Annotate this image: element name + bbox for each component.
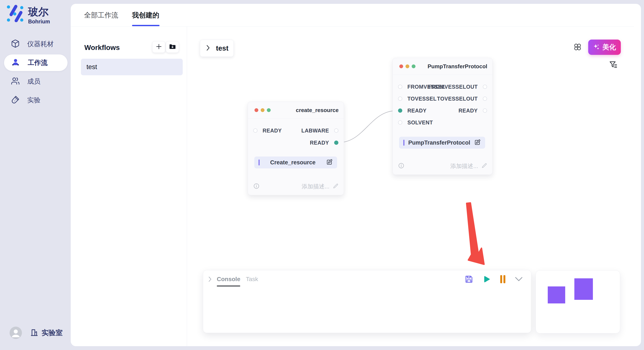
package-icon <box>11 39 20 49</box>
port-ready-out[interactable]: READY <box>458 108 487 114</box>
node-create-resource[interactable]: create_resource READY LABWARE READY Crea… <box>248 102 344 195</box>
console-tab-task[interactable]: Task <box>246 276 258 283</box>
info-icon[interactable] <box>398 163 404 170</box>
breadcrumb[interactable]: test <box>200 40 234 57</box>
user-avatar[interactable] <box>10 327 22 339</box>
node-title: PumpTransferProtocol <box>428 58 487 75</box>
console-expand-button[interactable] <box>208 276 212 282</box>
pencil-icon[interactable] <box>482 163 487 170</box>
yellow-dot <box>406 64 409 68</box>
run-icon <box>482 275 491 283</box>
port-circle[interactable] <box>483 85 487 89</box>
minimap[interactable] <box>536 270 620 334</box>
port-label: FROMVESSELOUT <box>428 84 478 90</box>
minimap-node <box>548 286 565 303</box>
port-label: TOVESSELOUT <box>437 96 478 102</box>
sidebar-item-label: 成员 <box>27 77 40 86</box>
port-label: READY <box>458 108 478 114</box>
port-circle[interactable] <box>334 141 338 145</box>
lab-label: 实验室 <box>42 328 62 338</box>
green-dot <box>267 108 271 112</box>
beautify-button[interactable]: 美化 <box>588 39 621 55</box>
sidebar-item-members[interactable]: 成员 <box>4 73 68 90</box>
edit-icon[interactable] <box>474 139 481 147</box>
top-tabbar: 全部工作流 我创建的 <box>71 4 641 26</box>
edit-icon[interactable] <box>326 159 333 166</box>
pause-button[interactable] <box>500 275 506 283</box>
description-placeholder[interactable]: 添加描述... <box>450 162 478 170</box>
workflow-item-label: test <box>86 63 97 71</box>
chevron-right-icon <box>208 276 212 282</box>
traffic-dots <box>399 64 416 68</box>
add-workflow-button[interactable] <box>152 41 165 53</box>
workflows-title: Workflows <box>84 44 120 52</box>
info-icon[interactable] <box>253 183 260 190</box>
tab-my-created[interactable]: 我创建的 <box>132 4 159 26</box>
save-button[interactable] <box>465 275 473 283</box>
red-dot <box>254 108 258 112</box>
chevron-right-icon <box>206 45 210 52</box>
experiment-icon <box>11 95 20 105</box>
console-tab-console[interactable]: Console <box>217 276 240 283</box>
command-palette-button[interactable] <box>572 42 583 52</box>
sidebar-item-workflow[interactable]: 工作流 <box>4 54 68 71</box>
node-action-pill[interactable]: Create_resource <box>254 157 337 169</box>
sidebar-item-instruments[interactable]: 仪器耗材 <box>4 36 68 52</box>
port-circle[interactable] <box>483 97 487 101</box>
logo-subtitle: Bohrium <box>28 18 50 25</box>
yellow-dot <box>261 108 264 112</box>
collapse-icon <box>515 277 522 282</box>
port-circle[interactable] <box>253 128 258 133</box>
green-dot <box>412 64 416 68</box>
port-circle[interactable] <box>398 120 402 125</box>
save-icon <box>465 275 473 283</box>
folder-download-icon <box>169 44 176 50</box>
bohrium-logo-icon <box>6 5 24 23</box>
port-circle[interactable] <box>334 128 338 133</box>
beautify-label: 美化 <box>602 42 616 52</box>
port-solvent[interactable]: SOLVENT <box>398 120 433 126</box>
pencil-icon[interactable] <box>333 183 338 190</box>
sidebar-nav: 仪器耗材 工作流 <box>0 36 71 108</box>
node-action-pill[interactable]: PumpTransferProtocol <box>399 137 485 149</box>
sidebar-item-label: 仪器耗材 <box>27 39 54 48</box>
tab-all-workflows[interactable]: 全部工作流 <box>84 4 118 26</box>
node-pump-transfer-protocol[interactable]: PumpTransferProtocol FROMVESSEL FROMVESS… <box>392 58 492 175</box>
port-circle[interactable] <box>398 85 402 89</box>
port-ready-out[interactable]: READY <box>310 140 338 146</box>
description-placeholder[interactable]: 添加描述... <box>302 183 330 190</box>
traffic-dots <box>254 108 271 112</box>
port-label: TOVESSEL <box>408 96 436 102</box>
avatar-person-icon <box>10 336 22 339</box>
port-ready-in[interactable]: READY <box>398 108 426 114</box>
workflow-canvas[interactable]: test create_resource READY LABWAR <box>187 26 641 346</box>
run-button[interactable] <box>482 275 491 283</box>
sidebar-item-experiments[interactable]: 实验 <box>4 92 68 108</box>
collapse-button[interactable] <box>515 277 522 282</box>
workflows-panel: Workflows test <box>71 26 187 346</box>
filter-button[interactable] <box>609 61 618 70</box>
sidebar-item-label: 工作流 <box>28 58 48 67</box>
port-circle[interactable] <box>398 108 402 113</box>
tab-label: 我创建的 <box>132 11 159 20</box>
sidebar: 玻尔 Bohrium 仪器耗材 <box>0 0 71 350</box>
users-icon <box>11 77 20 86</box>
node-footer: 添加描述... <box>398 163 487 170</box>
port-tovesselout[interactable]: TOVESSELOUT <box>437 96 487 102</box>
port-labware-out[interactable]: LABWARE <box>301 128 338 134</box>
red-dot <box>399 64 403 68</box>
port-fromvesselout[interactable]: FROMVESSELOUT <box>428 84 487 90</box>
port-circle[interactable] <box>398 97 402 101</box>
node-title: create_resource <box>296 102 338 119</box>
pill-label: Create_resource <box>260 159 326 166</box>
active-tab-underline <box>132 25 160 26</box>
port-ready-in[interactable]: READY <box>253 128 282 134</box>
port-circle[interactable] <box>483 108 487 113</box>
lab-switcher[interactable]: 实验室 <box>30 328 62 338</box>
workflow-list-item-test[interactable]: test <box>81 59 183 75</box>
pause-icon <box>500 275 506 283</box>
port-tovessel[interactable]: TOVESSEL <box>398 96 436 102</box>
app-logo[interactable]: 玻尔 Bohrium <box>6 5 50 25</box>
node-footer: 添加描述... <box>253 183 338 190</box>
import-folder-button[interactable] <box>166 41 179 53</box>
